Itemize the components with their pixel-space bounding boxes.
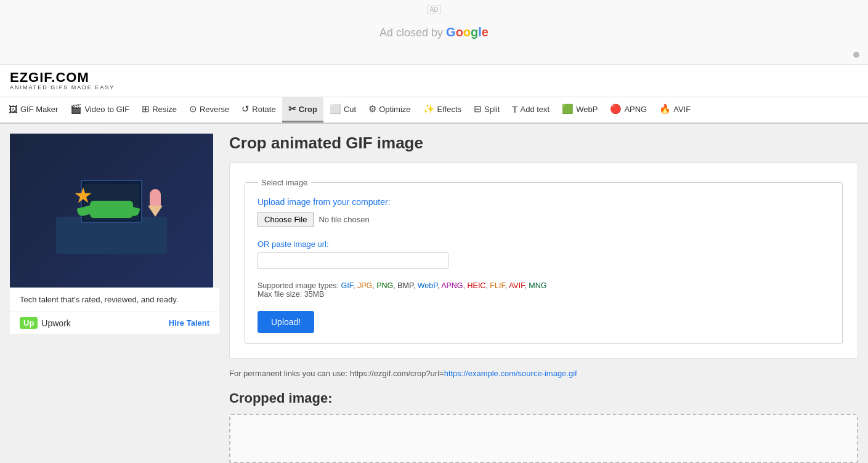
logo-text: EZGIF.COM: [10, 71, 115, 84]
add-text-nav-label: Add text: [521, 105, 550, 114]
file-input-row: Choose File No file chosen: [258, 212, 830, 227]
google-logo: Google: [446, 25, 489, 39]
select-image-fieldset: Select image Upload image from your comp…: [245, 178, 843, 344]
hire-talent-link[interactable]: Hire Talent: [169, 318, 209, 328]
split-nav-icon: ⊟: [474, 103, 482, 115]
no-file-label: No file chosen: [318, 215, 369, 224]
crop-nav-icon: ✂: [288, 103, 296, 115]
sidebar: AD ✕: [10, 134, 219, 463]
ad-closed-text: Ad closed by Google: [379, 25, 489, 39]
select-image-card: Select image Upload image from your comp…: [229, 163, 858, 359]
sidebar-ad-footer: Up Upwork Hire Talent: [10, 312, 219, 334]
main-layout: AD ✕: [0, 124, 868, 463]
upwork-logo: Up Upwork: [20, 317, 71, 329]
nav-item-split[interactable]: ⊟Split: [468, 97, 506, 123]
effects-nav-label: Effects: [437, 105, 462, 114]
permanent-link-section: For permanent links you can use: https:/…: [229, 369, 858, 378]
sidebar-ad: AD ✕: [10, 134, 213, 288]
nav-item-effects[interactable]: ✨Effects: [417, 97, 468, 123]
add-text-nav-icon: T: [512, 104, 517, 115]
rotate-nav-icon: ↺: [241, 103, 249, 115]
header: EZGIF.COM ANIMATED GIFS MADE EASY: [0, 65, 868, 97]
avif-nav-icon: 🔥: [659, 103, 671, 115]
nav-item-add-text[interactable]: TAdd text: [506, 98, 556, 123]
avif-nav-label: AVIF: [673, 105, 691, 114]
effects-nav-icon: ✨: [423, 103, 435, 115]
resize-nav-icon: ⊞: [142, 103, 150, 115]
cut-nav-icon: ⬜: [330, 103, 341, 115]
supported-types: Supported image types: GIF, JPG, PNG, BM…: [258, 281, 830, 299]
reverse-nav-label: Reverse: [200, 105, 229, 114]
nav-item-webp[interactable]: 🟩WebP: [556, 97, 604, 123]
resize-nav-label: Resize: [152, 105, 177, 114]
nav-item-reverse[interactable]: ⊙Reverse: [183, 97, 235, 123]
optimize-nav-label: Optimize: [379, 105, 410, 114]
cut-nav-label: Cut: [344, 105, 356, 114]
upload-section-title: Upload image from your computer:: [258, 197, 830, 207]
url-input[interactable]: [258, 252, 448, 269]
cropped-image-box: [229, 414, 858, 463]
nav-item-gif-maker[interactable]: 🖼GIF Maker: [2, 98, 64, 123]
nav-item-video-to-gif[interactable]: 🎬Video to GIF: [64, 97, 136, 123]
rotate-nav-label: Rotate: [252, 105, 275, 114]
gif-maker-nav-icon: 🖼: [9, 104, 18, 115]
crop-nav-label: Crop: [299, 105, 317, 114]
navigation: 🖼GIF Maker🎬Video to GIF⊞Resize⊙Reverse↺R…: [0, 97, 868, 124]
example-url-link[interactable]: https://example.com/source-image.gif: [444, 369, 577, 378]
nav-item-rotate[interactable]: ↺Rotate: [235, 97, 282, 123]
fieldset-legend: Select image: [258, 178, 311, 187]
upwork-brand-text: Upwork: [41, 318, 70, 328]
nav-item-crop[interactable]: ✂Crop: [282, 97, 323, 123]
or-paste-label: OR paste image url:: [258, 240, 830, 249]
main-content: Crop animated GIF image Select image Upl…: [229, 134, 858, 463]
apng-nav-icon: 🔴: [610, 103, 622, 115]
video-to-gif-nav-icon: 🎬: [70, 103, 82, 115]
reverse-nav-icon: ⊙: [189, 103, 197, 115]
optimize-nav-icon: ⚙: [368, 103, 376, 115]
upwork-icon: Up: [20, 317, 38, 329]
webp-nav-icon: 🟩: [562, 103, 574, 115]
apng-nav-label: APNG: [624, 105, 647, 114]
ad-badge: AD: [427, 5, 442, 14]
nav-item-avif[interactable]: 🔥AVIF: [653, 97, 697, 123]
upload-button[interactable]: Upload!: [258, 311, 314, 333]
cropped-image-title: Cropped image:: [229, 390, 858, 406]
nav-item-resize[interactable]: ⊞Resize: [136, 97, 183, 123]
webp-nav-label: WebP: [576, 105, 598, 114]
nav-item-apng[interactable]: 🔴APNG: [604, 97, 653, 123]
nav-item-cut[interactable]: ⬜Cut: [323, 97, 362, 123]
sidebar-ad-text: Tech talent that's rated, reviewed, and …: [10, 288, 219, 312]
gif-maker-nav-label: GIF Maker: [20, 105, 58, 114]
upload-label: Upload image from your computer:: [258, 197, 391, 207]
ad-close-dot: [853, 52, 859, 58]
logo: EZGIF.COM ANIMATED GIFS MADE EASY: [10, 71, 115, 91]
max-file-size: Max file size: 35MB: [258, 290, 324, 299]
split-nav-label: Split: [484, 105, 500, 114]
logo-sub: ANIMATED GIFS MADE EASY: [10, 84, 115, 91]
nav-item-optimize[interactable]: ⚙Optimize: [362, 97, 416, 123]
top-ad-bar: AD Ad closed by Google: [0, 0, 868, 65]
page-title: Crop animated GIF image: [229, 134, 858, 153]
video-to-gif-nav-label: Video to GIF: [84, 105, 129, 114]
choose-file-button[interactable]: Choose File: [258, 212, 314, 227]
